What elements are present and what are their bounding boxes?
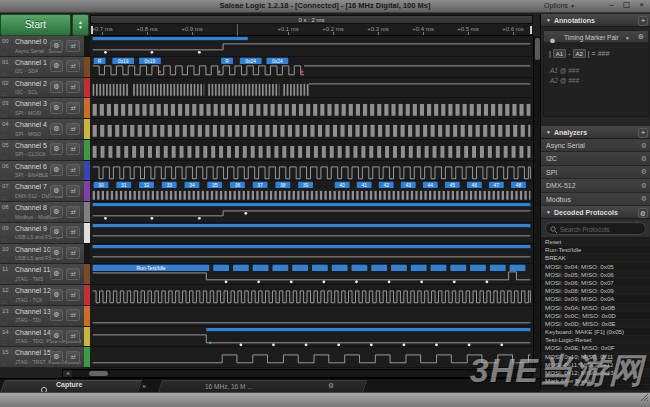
waveform-row-5[interactable] (90, 140, 533, 161)
drag-handle-icon[interactable]: ∷∷ (1, 154, 5, 160)
analyzer-gear-icon[interactable]: ⚙ (641, 182, 647, 190)
drag-handle-icon[interactable]: ∷∷ (1, 133, 5, 139)
waveform-row-12[interactable] (90, 285, 533, 306)
decoded-protocol-item[interactable]: MOSI: 0x08; MISO: 0x09 (541, 287, 650, 295)
channel-trigger-button[interactable]: ±f (66, 330, 80, 342)
channel-row-10[interactable]: 10∷∷Channel 10USB LS and FS - D-⚙±f (0, 244, 84, 265)
channel-row-6[interactable]: 06∷∷Channel 6SPI - ENABLE⚙±f (0, 161, 84, 182)
waveform-row-15[interactable] (90, 347, 533, 368)
waveform-row-9[interactable] (90, 223, 533, 244)
device-tab-label[interactable]: 16 MHz, 16 M ... (205, 383, 253, 390)
channel-gear-button[interactable]: ⚙ (50, 185, 63, 197)
analyzer-gear-icon[interactable]: ⚙ (641, 142, 647, 150)
channel-trigger-button[interactable]: ±f (66, 206, 80, 218)
decoded-protocol-item[interactable]: MOSI: 0x0E; MISO: 0x0F (541, 344, 650, 352)
decoded-protocols-header[interactable]: ▼ Decoded Protocols ⚙ (541, 206, 650, 219)
channel-trigger-button[interactable]: ±f (66, 102, 80, 114)
waveform-row-6[interactable] (90, 161, 533, 182)
channel-gear-button[interactable]: ⚙ (50, 351, 63, 363)
decoded-protocol-item[interactable]: MOSI: 0x12; MISO: 0x13 (541, 369, 650, 377)
search-input[interactable] (560, 224, 642, 234)
channel-row-9[interactable]: 09∷∷Channel 9USB LS and FS - D+⚙±f (0, 223, 84, 244)
capture-more-icon[interactable]: » (142, 383, 146, 390)
waveform-row-3[interactable] (90, 98, 533, 119)
drag-handle-icon[interactable]: ∷∷ (1, 216, 5, 222)
channel-row-2[interactable]: 02∷∷Channel 2I2C - SCL⚙±f (0, 78, 84, 99)
channel-trigger-button[interactable]: ±f (66, 40, 80, 52)
drag-handle-icon[interactable]: ∷∷ (1, 257, 5, 263)
analyzer-row-modbus[interactable]: Modbus⚙ (541, 193, 650, 206)
channel-gear-button[interactable]: ⚙ (50, 164, 63, 176)
decoded-protocol-item[interactable]: MOSI: 0x04; MISO: 0x05 (541, 263, 650, 271)
channel-gear-button[interactable]: ⚙ (50, 60, 63, 72)
channel-row-1[interactable]: 01∷∷Channel 1I2C - SDA⚙±f (0, 57, 84, 78)
capture-tab-label[interactable]: Capture (56, 381, 82, 388)
decoded-protocol-item[interactable]: MOSI: 0x05; MISO: 0x06 (541, 271, 650, 279)
channel-gear-button[interactable]: ⚙ (50, 268, 63, 280)
analyzer-row-spi[interactable]: SPI⚙ (541, 166, 650, 179)
channel-gear-button[interactable]: ⚙ (50, 81, 63, 93)
waveform-row-8[interactable] (90, 202, 533, 223)
decoded-protocol-item[interactable]: Reset (541, 238, 650, 246)
analyzer-gear-icon[interactable]: ⚙ (641, 155, 647, 163)
drag-handle-icon[interactable]: ∷∷ (1, 91, 5, 97)
channel-trigger-button[interactable]: ±f (66, 309, 80, 321)
channel-trigger-button[interactable]: ±f (66, 351, 80, 363)
channel-row-0[interactable]: 00∷∷Channel 0Async Serial - Serial⚙±f (0, 36, 84, 57)
time-ruler[interactable]: 0 s : 2 ms +0.7 ms+0.8 ms+0.9 ms+0.1 ms+… (90, 14, 533, 36)
channel-row-7[interactable]: 07∷∷Channel 7DMX-512 - DMX-512⚙±f (0, 181, 84, 202)
channel-trigger-button[interactable]: ±f (66, 247, 80, 259)
drag-handle-icon[interactable]: ∷∷ (1, 50, 5, 56)
channel-gear-button[interactable]: ⚙ (50, 226, 63, 238)
waveform-row-13[interactable] (90, 306, 533, 327)
restore-button[interactable]: ▢ (623, 0, 631, 9)
drag-handle-icon[interactable]: ∷∷ (1, 195, 5, 201)
waveform-row-10[interactable] (90, 244, 533, 265)
vertical-scrollbar[interactable] (533, 36, 540, 368)
channel-trigger-button[interactable]: ±f (66, 268, 80, 280)
analyzers-header[interactable]: ▼ Analyzers + (541, 126, 650, 139)
channel-trigger-button[interactable]: ±f (66, 123, 80, 135)
channel-gear-button[interactable]: ⚙ (50, 40, 63, 52)
channel-trigger-button[interactable]: ±f (66, 289, 80, 301)
decoded-protocol-item[interactable]: MOSI: 0x06; MISO: 0x07 (541, 279, 650, 287)
drag-handle-icon[interactable]: ∷∷ (1, 320, 5, 326)
channel-gear-button[interactable]: ⚙ (50, 330, 63, 342)
waveform-row-2[interactable] (90, 78, 533, 99)
scroll-left-icon[interactable]: ◂ (63, 370, 72, 377)
decoded-protocol-item[interactable]: MOSI: 0x10; MISO: 0x11 (541, 353, 650, 361)
waveform-row-1[interactable]: R0x190x19R0x240x24 (90, 57, 533, 78)
channel-gear-button[interactable]: ⚙ (50, 309, 63, 321)
decoded-protocol-item[interactable]: BREAK (541, 254, 650, 262)
protocol-search[interactable] (545, 222, 646, 235)
decoded-protocol-item[interactable]: Test-Logic-Reset (541, 336, 650, 344)
channel-gear-button[interactable]: ⚙ (50, 123, 63, 135)
decoded-protocol-item[interactable]: Run-Test/Idle (541, 246, 650, 254)
channel-trigger-button[interactable]: ±f (66, 81, 80, 93)
horizontal-scrollbar[interactable]: ◂ (62, 369, 533, 378)
device-gear-icon[interactable]: ⚙ (328, 382, 334, 390)
drag-handle-icon[interactable]: ∷∷ (1, 237, 5, 243)
marker-a2-chip[interactable]: A2 (573, 49, 586, 58)
channel-gear-button[interactable]: ⚙ (50, 102, 63, 114)
decoded-protocol-item[interactable]: MOSI: 0x0C; MISO: 0x0D (541, 312, 650, 320)
decoded-protocol-item[interactable]: MOSI: 0x0A; MISO: 0x0B (541, 304, 650, 312)
marker-a1-chip[interactable]: A1 (553, 49, 566, 58)
channel-row-15[interactable]: 15∷∷Channel 15JTAG - TRST, PS/2 Keyboard… (0, 347, 84, 368)
analyzer-gear-icon[interactable]: ⚙ (641, 168, 647, 176)
drag-handle-icon[interactable]: ∷∷ (1, 112, 5, 118)
drag-handle-icon[interactable]: ∷∷ (1, 299, 5, 305)
timing-marker-pair-header[interactable]: Timing Marker Pair ▼ ⚙ (543, 30, 649, 43)
options-menu[interactable]: Options ▼ (544, 2, 575, 9)
waveform-row-7[interactable]: 30313233343536373839404142434445464748 (90, 181, 533, 202)
close-button[interactable]: × (639, 0, 644, 9)
marker-gear-icon[interactable]: ⚙ (638, 33, 644, 41)
channel-trigger-button[interactable]: ±f (66, 164, 80, 176)
analyzer-row-dmx-512[interactable]: DMX-512⚙ (541, 179, 650, 192)
channel-trigger-button[interactable]: ±f (66, 185, 80, 197)
channel-row-12[interactable]: 12∷∷Channel 12JTAG - TCK⚙±f (0, 285, 84, 306)
drag-handle-icon[interactable]: ∷∷ (1, 71, 5, 77)
channel-row-13[interactable]: 13∷∷Channel 13JTAG - TDI⚙±f (0, 306, 84, 327)
waveform-row-14[interactable] (90, 327, 533, 348)
decoded-protocol-item[interactable]: MOSI: 0x09; MISO: 0x0A (541, 295, 650, 303)
